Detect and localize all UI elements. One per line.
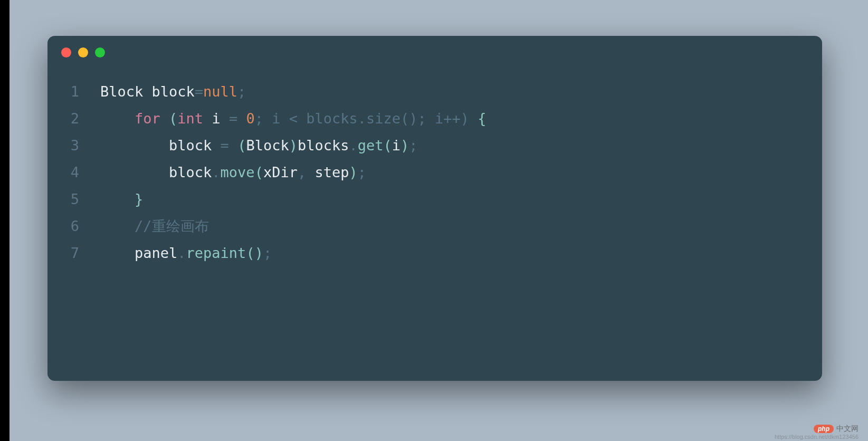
code-content: Block block=null; <box>100 78 246 105</box>
code-body: 1Block block=null;2 for (int i = 0; i < … <box>47 69 822 266</box>
token-punct: . <box>349 137 357 154</box>
code-line: 2 for (int i = 0; i < blocks.size(); i++… <box>47 105 822 132</box>
token-paren: ( <box>255 164 263 180</box>
maximize-icon[interactable] <box>95 47 105 57</box>
close-icon[interactable] <box>61 47 71 57</box>
line-number: 3 <box>47 132 100 159</box>
code-window: 1Block block=null;2 for (int i = 0; i < … <box>47 36 822 381</box>
token-fn: repaint <box>186 245 246 261</box>
line-number: 1 <box>47 78 100 105</box>
code-content: for (int i = 0; i < blocks.size(); i++) … <box>100 105 487 132</box>
token-kw: for <box>135 110 160 127</box>
token-ident: i <box>203 110 229 127</box>
token-punct: ; <box>409 137 417 154</box>
token-paren: ) <box>349 164 357 180</box>
token-paren: () <box>246 245 263 261</box>
token-ident: block <box>169 137 221 154</box>
line-number: 6 <box>47 213 100 239</box>
line-number: 2 <box>47 105 100 132</box>
token-paren: ( <box>237 137 246 154</box>
token-ident <box>237 110 246 127</box>
token-fn: move <box>221 164 255 180</box>
code-content: //重绘画布 <box>100 213 209 239</box>
token-brace: { <box>478 110 486 127</box>
code-content: block = (Block)blocks.get(i); <box>100 132 418 159</box>
token-fn: get <box>358 137 384 154</box>
token-num: 0 <box>246 110 254 127</box>
token-ident: step <box>306 164 349 180</box>
token-paren: ( <box>169 110 177 127</box>
token-assign: = <box>229 110 237 127</box>
token-paren: ) <box>289 137 298 154</box>
token-ident <box>229 137 237 154</box>
watermark-label: 中文网 <box>836 424 859 434</box>
token-ident: xDir <box>263 164 298 180</box>
token-nullkw: null <box>203 83 237 100</box>
code-line: 5 } <box>47 186 822 213</box>
token-punct: ; <box>263 245 272 261</box>
line-number: 7 <box>47 239 100 266</box>
window-titlebar <box>47 36 822 69</box>
token-dim: ; i < blocks.size(); i++) <box>255 110 478 127</box>
token-ident: Block block <box>100 83 195 100</box>
code-line: 6 //重绘画布 <box>47 213 822 239</box>
watermark-url: https://blog.csdn.net/dkm123456 <box>775 434 859 440</box>
token-ident: panel <box>135 245 177 261</box>
token-punct: ; <box>237 83 246 100</box>
token-punct: . <box>212 164 220 180</box>
token-kw: int <box>177 110 203 127</box>
token-punct: , <box>298 164 306 180</box>
token-brace: } <box>135 191 143 207</box>
code-line: 4 block.move(xDir, step); <box>47 159 822 186</box>
token-ident: blocks <box>298 137 349 154</box>
token-assign: = <box>221 137 229 154</box>
token-ident <box>160 110 169 127</box>
php-logo-pill: php <box>814 425 834 433</box>
code-content: } <box>100 186 143 213</box>
line-number: 5 <box>47 186 100 213</box>
code-line: 3 block = (Block)blocks.get(i); <box>47 132 822 159</box>
token-paren: ) <box>400 137 409 154</box>
token-assign: = <box>195 83 203 100</box>
code-line: 7 panel.repaint(); <box>47 239 822 266</box>
watermark: php 中文网 https://blog.csdn.net/dkm123456 <box>775 424 859 440</box>
code-content: block.move(xDir, step); <box>100 159 366 186</box>
token-ident: Block <box>246 137 289 154</box>
token-ident: i <box>392 137 400 154</box>
code-content: panel.repaint(); <box>100 239 272 266</box>
token-paren: ( <box>384 137 392 154</box>
token-cmt: //重绘画布 <box>135 218 209 234</box>
minimize-icon[interactable] <box>78 47 88 57</box>
code-line: 1Block block=null; <box>47 78 822 105</box>
left-black-bar <box>0 0 9 441</box>
token-punct: ; <box>358 164 366 180</box>
line-number: 4 <box>47 159 100 186</box>
token-ident: block <box>169 164 212 180</box>
token-punct: . <box>177 245 186 261</box>
